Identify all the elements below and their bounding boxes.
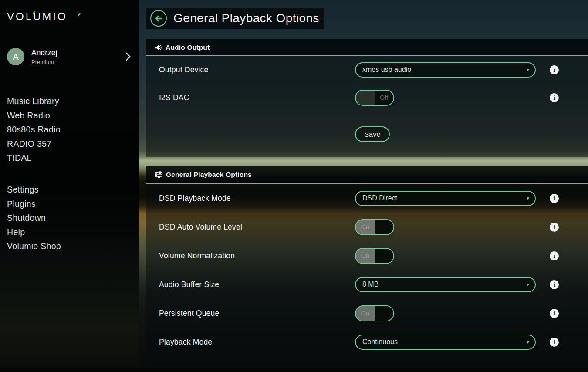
select-value: DSD Direct — [362, 194, 397, 202]
toggle-state-label: On — [356, 306, 375, 321]
sidebar-nav-secondary: SettingsPluginsShutdownHelpVolumio Shop — [0, 183, 139, 254]
sidebar-item-volumio-shop[interactable]: Volumio Shop — [7, 239, 139, 254]
info-icon[interactable]: i — [550, 194, 559, 203]
row-audio-buffer-size: Audio Buffer Size8 MB▾i — [146, 270, 588, 299]
audio-buffer-size-select[interactable]: 8 MB▾ — [355, 277, 536, 292]
sidebar-item-music-library[interactable]: Music Library — [7, 94, 139, 108]
bottom-bar — [0, 368, 588, 372]
app-window: VOLUMIO A Andrzej Premium Music LibraryW… — [0, 0, 588, 372]
info-icon[interactable]: i — [550, 280, 559, 289]
row-label-volume-normalization: Volume Normalization — [159, 251, 355, 260]
page-title: General Playback Options — [173, 11, 319, 25]
toggle-state-label: On — [356, 220, 375, 234]
user-profile[interactable]: A Andrzej Premium — [0, 48, 139, 65]
row-label-dsd-playback-mode: DSD Playback Mode — [159, 194, 355, 203]
row-control: xmos usb audio▾ — [355, 62, 550, 78]
sidebar: VOLUMIO A Andrzej Premium Music LibraryW… — [0, 0, 139, 372]
chevron-down-icon: ▾ — [527, 339, 529, 345]
toggle-state-label: On — [356, 249, 375, 263]
i2s-dac-toggle[interactable]: Off — [355, 90, 394, 106]
section-header-general-playback-options: General Playback Options — [146, 166, 588, 184]
select-value: 8 MB — [362, 281, 378, 288]
sidebar-item-web-radio[interactable]: Web Radio — [7, 108, 139, 123]
sliders-icon — [155, 171, 162, 178]
info-icon[interactable]: i — [550, 223, 559, 232]
dsd-auto-volume-level-toggle[interactable]: On — [355, 219, 394, 235]
user-meta: Andrzej Premium — [31, 48, 57, 65]
sidebar-item-shutdown[interactable]: Shutdown — [7, 211, 139, 225]
chevron-right-icon[interactable] — [125, 52, 132, 61]
row-playback-mode: Playback ModeContinuous▾i — [146, 328, 588, 356]
save-row: Save — [146, 112, 588, 157]
info-icon[interactable]: i — [550, 251, 559, 260]
info-icon[interactable]: i — [550, 93, 559, 102]
row-control: On — [355, 248, 550, 264]
row-control: Continuous▾ — [355, 335, 550, 350]
main-content: General Playback Options Audio OutputOut… — [139, 0, 588, 372]
toggle-knob — [375, 249, 393, 263]
user-name: Andrzej — [31, 48, 57, 57]
arrow-left-icon — [154, 14, 163, 23]
row-volume-normalization: Volume NormalizationOni — [146, 241, 588, 270]
row-control: DSD Direct▾ — [355, 191, 550, 206]
section-header-audio-output: Audio Output — [146, 39, 588, 56]
row-label-persistent-queue: Persistent Queue — [159, 309, 355, 318]
chevron-down-icon: ▾ — [527, 196, 529, 201]
row-control: Off — [355, 90, 550, 106]
select-value: xmos usb audio — [362, 66, 411, 74]
section-title: Audio Output — [166, 44, 210, 51]
sidebar-item-help[interactable]: Help — [7, 225, 139, 240]
row-i2s-dac: I2S DACOffi — [146, 84, 588, 112]
info-icon[interactable]: i — [550, 338, 559, 347]
chevron-down-icon: ▾ — [527, 67, 529, 72]
row-persistent-queue: Persistent QueueOni — [146, 299, 588, 328]
sidebar-item-settings[interactable]: Settings — [7, 183, 139, 197]
row-dsd-playback-mode: DSD Playback ModeDSD Direct▾i — [146, 184, 588, 213]
logo-text: VOLUMIO — [7, 10, 68, 22]
chevron-down-icon: ▾ — [527, 282, 529, 287]
toggle-knob — [356, 91, 375, 105]
logo-accent-tick-icon — [78, 13, 81, 17]
volumio-logo[interactable]: VOLUMIO — [7, 10, 68, 23]
section-general-playback-options: General Playback OptionsDSD Playback Mod… — [146, 166, 588, 372]
row-control: On — [355, 305, 550, 321]
avatar: A — [7, 48, 24, 65]
info-icon[interactable]: i — [550, 65, 559, 74]
row-output-device: Output Devicexmos usb audio▾i — [146, 56, 588, 84]
back-button[interactable] — [150, 10, 167, 27]
section-audio-output: Audio OutputOutput Devicexmos usb audio▾… — [146, 39, 588, 157]
sidebar-item-80s80s-radio[interactable]: 80s80s Radio — [7, 122, 139, 137]
row-label-audio-buffer-size: Audio Buffer Size — [159, 280, 355, 289]
save-button[interactable]: Save — [355, 126, 390, 142]
output-device-select[interactable]: xmos usb audio▾ — [355, 62, 536, 78]
toggle-knob — [375, 306, 393, 321]
playback-mode-select[interactable]: Continuous▾ — [355, 335, 536, 350]
avatar-initial: A — [13, 52, 18, 62]
row-label-i2s-dac: I2S DAC — [159, 93, 355, 102]
row-dsd-auto-volume-level: DSD Auto Volume LevelOni — [146, 213, 588, 241]
toggle-state-label: Off — [375, 91, 393, 105]
info-icon[interactable]: i — [550, 309, 559, 318]
speaker-icon — [155, 44, 162, 51]
volume-normalization-toggle[interactable]: On — [355, 248, 394, 264]
row-label-output-device: Output Device — [159, 65, 355, 74]
select-value: Continuous — [362, 338, 398, 346]
persistent-queue-toggle[interactable]: On — [355, 305, 394, 321]
sidebar-nav-primary: Music LibraryWeb Radio80s80s RadioRADIO … — [0, 94, 139, 165]
sidebar-item-radio-357[interactable]: RADIO 357 — [7, 137, 139, 151]
dsd-playback-mode-select[interactable]: DSD Direct▾ — [355, 191, 536, 206]
user-tier-badge: Premium — [31, 59, 57, 65]
row-control: 8 MB▾ — [355, 277, 550, 292]
sidebar-item-plugins[interactable]: Plugins — [7, 197, 139, 211]
sidebar-item-tidal[interactable]: TIDAL — [7, 151, 139, 165]
toggle-knob — [375, 220, 393, 234]
page-header: General Playback Options — [146, 8, 324, 29]
row-label-playback-mode: Playback Mode — [159, 338, 355, 347]
row-label-dsd-auto-volume-level: DSD Auto Volume Level — [159, 223, 355, 232]
settings-sections: Audio OutputOutput Devicexmos usb audio▾… — [139, 39, 588, 372]
section-title: General Playback Options — [166, 171, 252, 179]
row-control: On — [355, 219, 550, 235]
